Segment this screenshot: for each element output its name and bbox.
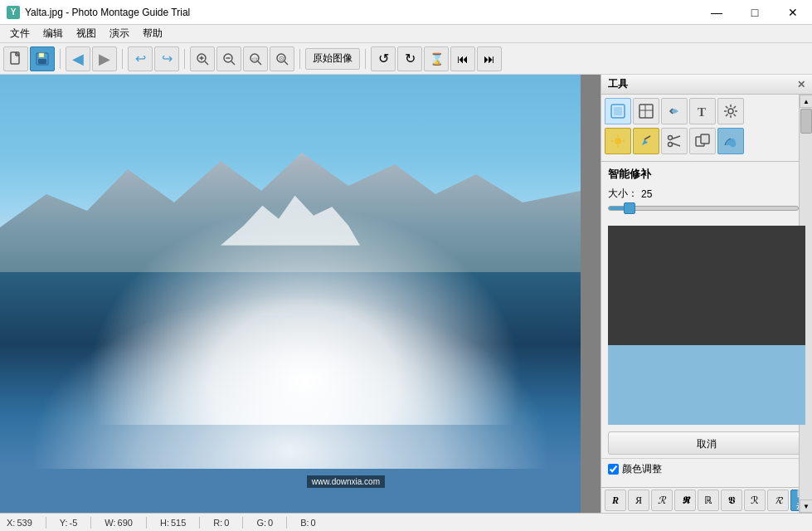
b-label: B:: [300, 518, 309, 528]
bottom-tool-strip: R R ℛ 𝕽 ℝ 𝖁 ℛ 𝓡 自动: [601, 487, 812, 513]
size-slider-container[interactable]: [608, 206, 795, 211]
select-tool-button[interactable]: [605, 98, 631, 124]
status-bar: X: 539 Y: -5 W: 690 H: 515 R: 0 G: 0 B: …: [0, 513, 812, 531]
status-sep-1: [46, 517, 46, 529]
preview-dark: [608, 226, 805, 345]
window-title: Yalta.jpg - Photo Montage Guide Trial: [25, 7, 190, 18]
tool-row-2: [605, 128, 795, 154]
zoom-actual-button[interactable]: ⊙: [270, 46, 294, 71]
paint-tool-button[interactable]: [633, 128, 659, 154]
tool-row-1: T: [605, 98, 795, 124]
size-value: 25: [641, 188, 652, 200]
new-button[interactable]: [3, 46, 28, 71]
bottom-btn-r6[interactable]: 𝓡: [767, 490, 789, 511]
toolbar: ◀ ▶ ↩ ↪ ▭ ⊙ 原始图像 ↺ ↻ ⌛ ⏮ ⏭: [0, 43, 812, 75]
bottom-btn-r[interactable]: R: [605, 490, 626, 511]
color-adjust-checkbox[interactable]: [608, 464, 619, 475]
minimize-button[interactable]: —: [698, 0, 736, 25]
menu-view[interactable]: 视图: [70, 25, 103, 42]
brighten-tool-button[interactable]: [605, 128, 631, 154]
x-label: X:: [7, 518, 15, 528]
menu-demo[interactable]: 演示: [103, 25, 136, 42]
svg-rect-5: [38, 59, 46, 64]
svg-point-25: [728, 109, 733, 114]
r-label: R:: [213, 518, 222, 528]
back-button[interactable]: ◀: [66, 46, 90, 71]
save-button[interactable]: [30, 46, 55, 71]
svg-line-7: [205, 61, 208, 65]
bottom-btn-r4[interactable]: ℝ: [698, 490, 719, 511]
svg-line-17: [284, 61, 288, 65]
flip-button[interactable]: ⌛: [424, 46, 449, 71]
text-tool-button[interactable]: T: [689, 98, 716, 124]
scroll-thumb[interactable]: [800, 109, 812, 134]
inpaint-tool-button[interactable]: [717, 128, 744, 154]
bottom-btn-r-mirror[interactable]: R: [628, 490, 649, 511]
scissors-tool-button[interactable]: [661, 128, 688, 154]
b-value: 0: [311, 518, 316, 528]
cancel-button[interactable]: 取消: [608, 431, 805, 455]
bottom-btn-v[interactable]: 𝖁: [721, 490, 742, 511]
photo-container: [0, 75, 581, 513]
original-image-button[interactable]: 原始图像: [305, 48, 360, 70]
undo-button[interactable]: ↩: [128, 46, 153, 71]
toolbar-sep-2: [122, 49, 123, 69]
size-slider-track[interactable]: [608, 206, 799, 211]
scroll-down[interactable]: ▼: [800, 499, 812, 513]
status-y: Y: -5: [60, 518, 78, 528]
toolbar-sep-1: [60, 49, 61, 69]
svg-point-32: [669, 136, 673, 140]
color-adjust-label[interactable]: 颜色调整: [622, 462, 662, 476]
window-controls: — □ ✕: [698, 0, 812, 25]
svg-rect-4: [39, 53, 44, 57]
maximize-button[interactable]: □: [736, 0, 774, 25]
bottom-btn-r5[interactable]: ℛ: [744, 490, 766, 511]
svg-rect-37: [701, 134, 709, 144]
close-button[interactable]: ✕: [774, 0, 812, 25]
status-x: X: 539: [7, 518, 32, 528]
size-slider-thumb[interactable]: [624, 202, 635, 214]
status-r: R: 0: [213, 518, 229, 528]
zoom-fit-button[interactable]: ▭: [243, 46, 268, 71]
prev-frame-button[interactable]: ⏮: [450, 46, 475, 71]
clone-tool-button[interactable]: [689, 128, 716, 154]
size-row: 大小： 25: [608, 187, 795, 201]
menu-help[interactable]: 帮助: [136, 25, 169, 42]
color-adjust-row: 颜色调整: [601, 458, 812, 480]
status-g: G: 0: [256, 518, 273, 528]
zoom-in-button[interactable]: [190, 46, 215, 71]
menu-file[interactable]: 文件: [3, 25, 36, 42]
status-b: B: 0: [300, 518, 316, 528]
g-value: 0: [268, 518, 273, 528]
h-value: 515: [171, 518, 186, 528]
redo-button[interactable]: ↪: [154, 46, 179, 71]
next-frame-button[interactable]: ⏭: [477, 46, 502, 71]
grid-tool-button[interactable]: [633, 98, 659, 124]
settings-tool-button[interactable]: [717, 98, 744, 124]
rotate-ccw-button[interactable]: ↺: [371, 46, 396, 71]
bottom-btn-r2[interactable]: ℛ: [651, 490, 673, 511]
status-w: W: 690: [105, 518, 133, 528]
photo-image: [0, 75, 581, 513]
menu-edit[interactable]: 编辑: [36, 25, 70, 42]
zoom-out-button[interactable]: [216, 46, 241, 71]
svg-text:⊙: ⊙: [279, 55, 284, 62]
forward-button[interactable]: ▶: [92, 46, 117, 71]
g-label: G:: [256, 518, 266, 528]
panel-titlebar: 工具 ✕: [601, 75, 812, 95]
status-sep-6: [286, 517, 287, 529]
bottom-btn-r3[interactable]: 𝕽: [674, 490, 696, 511]
status-sep-3: [146, 517, 147, 529]
inpaint-title: 智能修补: [608, 167, 795, 182]
svg-line-11: [231, 61, 235, 65]
back-tool-button[interactable]: [661, 98, 688, 124]
right-panel: 工具 ✕ ▲ ▼ T: [600, 75, 812, 513]
rotate-cw-button[interactable]: ↻: [397, 46, 422, 71]
status-h: H: 515: [160, 518, 186, 528]
panel-close-button[interactable]: ✕: [797, 79, 805, 90]
status-sep-4: [199, 517, 200, 529]
canvas-area[interactable]: www.downxia.com: [0, 75, 600, 513]
size-label: 大小：: [608, 187, 638, 201]
y-value: -5: [70, 518, 78, 528]
scroll-up[interactable]: ▲: [800, 95, 812, 108]
